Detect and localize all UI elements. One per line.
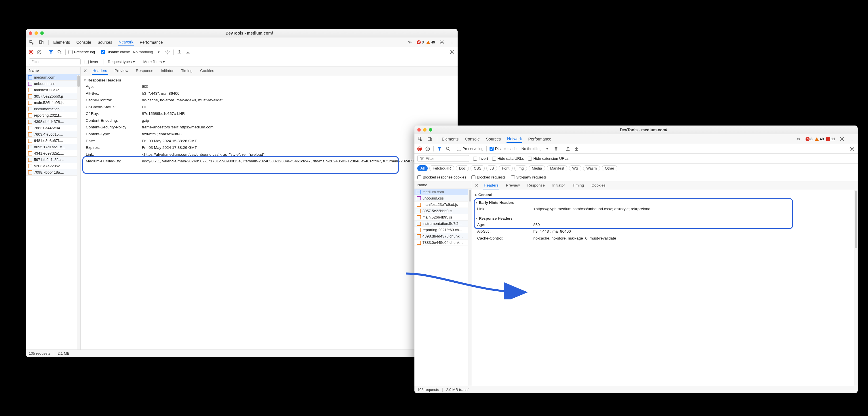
close-details-icon[interactable]: ✕ [475,183,478,188]
filter-pill-manifest[interactable]: Manifest [547,165,567,171]
close-window-button[interactable] [417,128,421,131]
throttling-select[interactable]: No throttling [133,50,153,54]
device-toggle-icon[interactable] [38,39,44,45]
name-column-header[interactable]: Name [26,67,80,74]
clear-icon[interactable] [36,49,42,55]
tab-sources[interactable]: Sources [97,39,113,46]
download-icon[interactable] [185,49,191,55]
record-button[interactable] [417,147,422,151]
preserve-log-checkbox[interactable]: Preserve log [68,50,95,54]
request-row[interactable]: unbound.css [414,195,472,202]
name-column-header[interactable]: Name [414,181,472,189]
close-details-icon[interactable]: ✕ [84,68,87,74]
filter-pill-ws[interactable]: WS [569,165,581,171]
detail-tab-response[interactable]: Response [527,182,546,189]
select-element-icon[interactable] [29,39,34,45]
preserve-log-checkbox[interactable]: Preserve log [457,147,484,151]
filter-icon[interactable] [48,49,54,55]
detail-tab-initiator[interactable]: Initiator [160,67,174,75]
filter-pill-media[interactable]: Media [529,165,545,171]
request-row[interactable]: 5203.e7a22052.... [26,163,80,169]
close-window-button[interactable] [29,31,32,35]
filter-input[interactable]: Filter [29,58,81,65]
tab-network[interactable]: Network [118,38,134,46]
detail-tab-cookies[interactable]: Cookies [591,182,606,189]
third-party-checkbox[interactable]: 3rd-party requests [511,175,547,179]
maximize-window-button[interactable] [40,31,44,35]
more-filters-select[interactable]: More filters ▾ [143,60,165,64]
early-hints-section[interactable]: Early Hints Headers [472,200,858,206]
filter-pill-all[interactable]: All [417,165,428,171]
request-row[interactable]: 4398.db4d4378.chunk... [414,233,472,240]
request-row[interactable]: main.526b4b95.js [26,99,80,106]
request-row[interactable]: instrumentation.5e7f2... [414,220,472,227]
more-tabs-chevron[interactable]: ≫ [407,39,413,45]
detail-tab-initiator[interactable]: Initiator [552,182,565,189]
request-row[interactable]: 5971.fd9e1c6f.c... [26,157,80,163]
filter-input[interactable]: Filter [417,155,469,162]
kebab-menu-icon[interactable]: ⋮ [449,39,455,45]
throttling-chevron-icon[interactable]: ▾ [545,146,550,152]
filter-pill-css[interactable]: CSS [470,165,485,171]
filter-pill-wasm[interactable]: Wasm [583,165,600,171]
tab-elements[interactable]: Elements [53,39,70,46]
kebab-menu-icon[interactable]: ⋮ [849,136,855,142]
detail-tab-headers[interactable]: Headers [92,67,107,75]
blocked-cookies-checkbox[interactable]: Blocked response cookies [417,175,466,179]
download-icon[interactable] [574,146,579,152]
detail-tab-timing[interactable]: Timing [181,67,193,75]
request-row[interactable]: instrumentation.... [26,106,80,112]
hide-extension-urls-checkbox[interactable]: Hide extension URLs [528,156,568,161]
disable-cache-checkbox[interactable]: Disable cache [490,147,519,151]
detail-tab-response[interactable]: Response [135,67,154,75]
request-row[interactable]: reporting.2021fe63.ch... [414,227,472,233]
hide-data-urls-checkbox[interactable]: Hide data URLs [492,156,524,161]
filter-icon[interactable] [437,146,442,152]
filter-pill-doc[interactable]: Doc [456,165,469,171]
throttling-chevron-icon[interactable]: ▾ [156,49,162,55]
wifi-icon[interactable] [553,146,559,152]
request-row[interactable]: 7883.0e445e04.chunk... [414,240,472,246]
network-settings-icon[interactable] [449,49,455,55]
wifi-icon[interactable] [165,49,170,55]
request-row[interactable]: main.526b4b95.js [414,214,472,220]
scrollbar[interactable] [854,190,858,386]
settings-icon[interactable] [839,136,845,142]
minimize-window-button[interactable] [423,128,427,131]
detail-tab-cookies[interactable]: Cookies [199,67,215,75]
tab-sources[interactable]: Sources [486,136,501,143]
request-row[interactable]: 6481.e3e8b67f.... [26,138,80,144]
request-row[interactable]: 3057.5e22bbb0.js [26,93,80,99]
warning-count[interactable]: 49 [426,40,435,44]
maximize-window-button[interactable] [429,128,432,131]
error-count[interactable]: ✕3 [806,137,812,141]
request-row[interactable]: reporting.2021f... [26,112,80,119]
request-types-select[interactable]: Request types ▾ [108,60,135,64]
invert-checkbox[interactable]: Invert [473,156,488,161]
upload-icon[interactable] [565,146,571,152]
filter-pill-js[interactable]: JS [486,165,497,171]
tab-performance[interactable]: Performance [528,136,552,143]
throttling-select[interactable]: No throttling [522,147,541,151]
tab-console[interactable]: Console [76,39,92,46]
request-row[interactable]: 4398.db4d4378.... [26,119,80,125]
upload-icon[interactable] [177,49,182,55]
blocked-requests-checkbox[interactable]: Blocked requests [471,175,506,179]
scrollbar[interactable] [77,75,80,350]
general-section[interactable]: General [472,192,858,198]
request-row[interactable]: manifest.23e7c9ad.js [414,202,472,208]
search-icon[interactable] [445,146,451,152]
response-headers-section[interactable]: Response Headers [472,215,858,221]
tab-console[interactable]: Console [464,136,480,143]
select-element-icon[interactable] [417,136,423,142]
record-button[interactable] [29,50,33,54]
filter-pill-img[interactable]: Img [514,165,527,171]
warning-count[interactable]: 49 [815,137,824,141]
invert-checkbox[interactable]: Invert [85,60,100,64]
clear-icon[interactable] [425,146,431,152]
minimize-window-button[interactable] [34,31,38,35]
network-settings-icon[interactable] [849,146,855,152]
tab-elements[interactable]: Elements [441,136,459,143]
search-icon[interactable] [57,49,62,55]
request-row[interactable]: 8695.17d1af21.c... [26,144,80,150]
